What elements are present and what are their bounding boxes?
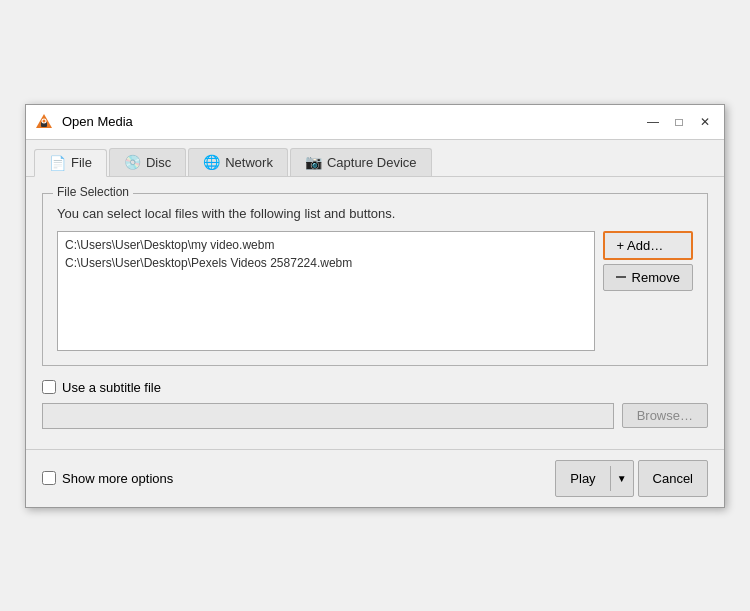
subtitle-checkbox[interactable] bbox=[42, 380, 56, 394]
list-item[interactable]: C:\Users\User\Desktop\Pexels Videos 2587… bbox=[62, 254, 590, 272]
window-title: Open Media bbox=[62, 114, 642, 129]
tab-file-label: File bbox=[71, 155, 92, 170]
close-button[interactable]: ✕ bbox=[694, 111, 716, 133]
tab-disc[interactable]: 💿 Disc bbox=[109, 148, 186, 176]
minimize-button[interactable]: — bbox=[642, 111, 664, 133]
window-controls: — □ ✕ bbox=[642, 111, 716, 133]
description-text: You can select local files with the foll… bbox=[57, 206, 693, 221]
add-button[interactable]: + Add… bbox=[603, 231, 693, 260]
show-more-options-label[interactable]: Show more options bbox=[42, 471, 173, 486]
tab-capture[interactable]: 📷 Capture Device bbox=[290, 148, 432, 176]
play-button-group: Play ▼ bbox=[555, 460, 633, 497]
svg-point-3 bbox=[43, 119, 46, 122]
minus-icon bbox=[616, 276, 626, 278]
main-content: File Selection You can select local file… bbox=[26, 177, 724, 445]
capture-tab-icon: 📷 bbox=[305, 154, 322, 170]
play-button[interactable]: Play bbox=[556, 466, 610, 491]
subtitle-file-row: Browse… bbox=[42, 403, 708, 429]
play-dropdown-button[interactable]: ▼ bbox=[611, 468, 633, 489]
list-item[interactable]: C:\Users\User\Desktop\my video.webm bbox=[62, 236, 590, 254]
file-selection-group: File Selection You can select local file… bbox=[42, 193, 708, 366]
subtitle-section: Use a subtitle file Browse… bbox=[42, 380, 708, 429]
file-area: C:\Users\User\Desktop\my video.webm C:\U… bbox=[57, 231, 693, 351]
remove-button-label: Remove bbox=[632, 270, 680, 285]
cancel-button[interactable]: Cancel bbox=[638, 460, 708, 497]
tab-bar: 📄 File 💿 Disc 🌐 Network 📷 Capture Device bbox=[26, 140, 724, 177]
subtitle-checkbox-label[interactable]: Use a subtitle file bbox=[42, 380, 161, 395]
action-buttons: Play ▼ Cancel bbox=[555, 460, 708, 497]
remove-button[interactable]: Remove bbox=[603, 264, 693, 291]
file-list[interactable]: C:\Users\User\Desktop\my video.webm C:\U… bbox=[57, 231, 595, 351]
browse-button[interactable]: Browse… bbox=[622, 403, 708, 428]
tab-network[interactable]: 🌐 Network bbox=[188, 148, 288, 176]
subtitle-checkbox-row: Use a subtitle file bbox=[42, 380, 708, 395]
subtitle-input[interactable] bbox=[42, 403, 614, 429]
file-action-buttons: + Add… Remove bbox=[603, 231, 693, 291]
show-more-text: Show more options bbox=[62, 471, 173, 486]
open-media-dialog: Open Media — □ ✕ 📄 File 💿 Disc 🌐 Network… bbox=[25, 104, 725, 508]
tab-network-label: Network bbox=[225, 155, 273, 170]
maximize-button[interactable]: □ bbox=[668, 111, 690, 133]
tab-disc-label: Disc bbox=[146, 155, 171, 170]
file-selection-label: File Selection bbox=[53, 185, 133, 199]
subtitle-label-text: Use a subtitle file bbox=[62, 380, 161, 395]
tab-capture-label: Capture Device bbox=[327, 155, 417, 170]
network-tab-icon: 🌐 bbox=[203, 154, 220, 170]
show-more-checkbox[interactable] bbox=[42, 471, 56, 485]
tab-file[interactable]: 📄 File bbox=[34, 149, 107, 177]
title-bar: Open Media — □ ✕ bbox=[26, 105, 724, 140]
file-tab-icon: 📄 bbox=[49, 155, 66, 171]
bottom-bar: Show more options Play ▼ Cancel bbox=[26, 449, 724, 507]
vlc-icon bbox=[34, 112, 54, 132]
disc-tab-icon: 💿 bbox=[124, 154, 141, 170]
